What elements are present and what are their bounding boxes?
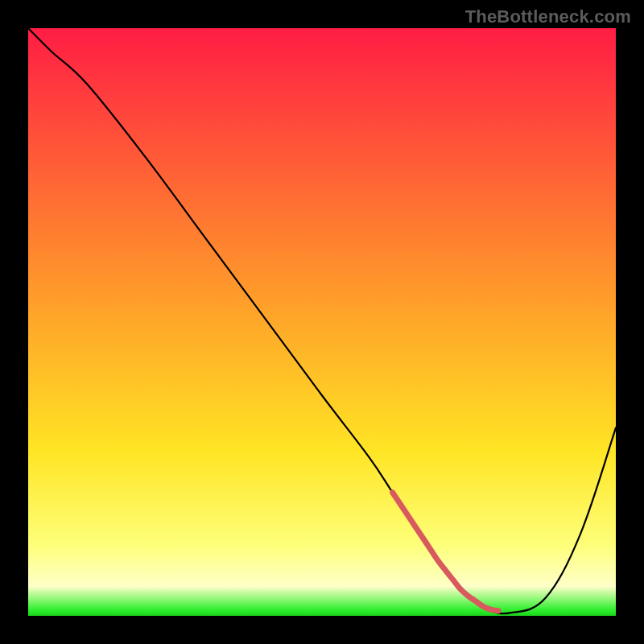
plot-area <box>28 28 616 616</box>
watermark-text: TheBottleneck.com <box>465 6 631 27</box>
curve-path <box>28 28 616 613</box>
chart-frame: TheBottleneck.com <box>0 0 644 644</box>
accent-segment <box>393 493 498 611</box>
bottleneck-curve <box>28 28 616 616</box>
